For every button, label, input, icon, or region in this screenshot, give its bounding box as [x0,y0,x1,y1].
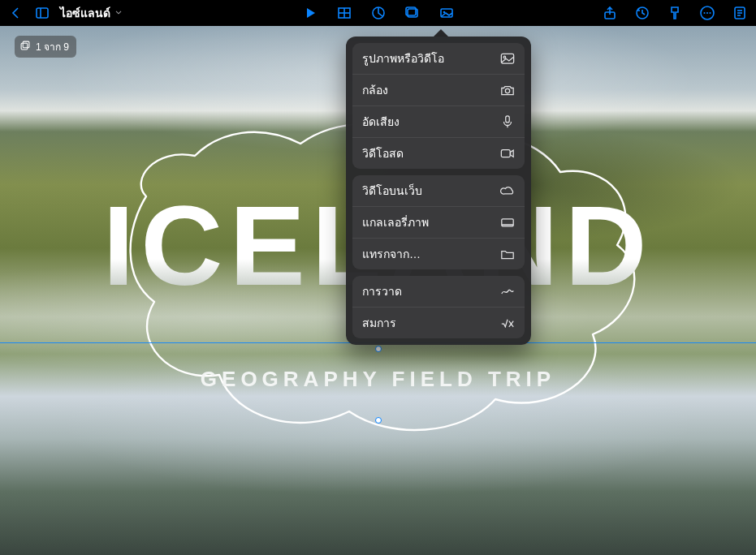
menu-item-web-video[interactable]: วิดีโอบนเว็บ [352,175,525,207]
table-icon[interactable] [336,5,352,21]
menu-item-photo-or-video[interactable]: รูปภาพหรือวิดีโอ [352,43,525,75]
menu-item-label: วิดีโอบนเว็บ [362,182,422,200]
svg-point-16 [710,12,711,14]
document-title-text: ไอซ์แลนด์ [60,4,110,22]
menu-item-insert-from[interactable]: แทรกจาก… [352,239,525,269]
popover-group: วิดีโอบนเว็บ แกลเลอรี่ภาพ แทรกจาก… [352,175,525,269]
sidebar-toggle-icon[interactable] [34,5,50,21]
popover-group: รูปภาพหรือวิดีโอ กล้อง อัดเสียง วิดีโอสด [352,43,525,169]
slide-counter-text: 1 จาก 9 [36,39,69,54]
menu-item-record-audio[interactable]: อัดเสียง [352,106,525,138]
menu-item-label: กล้อง [362,81,388,99]
chart-icon[interactable] [370,5,387,21]
back-chevron-icon[interactable] [8,5,24,21]
scribble-icon [500,285,515,298]
selection-handle[interactable] [375,417,382,424]
svg-point-24 [503,56,506,58]
menu-item-label: สมการ [362,314,396,332]
gallery-icon [500,216,515,229]
menu-item-equation[interactable]: สมการ [352,308,525,338]
menu-item-label: วิดีโอสด [362,144,404,162]
slide-counter-badge[interactable]: 1 จาก 9 [15,36,76,58]
menu-item-label: การวาด [362,282,402,300]
cloud-icon [500,184,515,197]
history-icon[interactable] [634,5,650,21]
svg-point-14 [704,12,706,14]
menu-item-live-video[interactable]: วิดีโอสด [352,138,525,169]
menu-item-drawing[interactable]: การวาด [352,276,525,308]
camera-icon [500,84,515,97]
share-icon[interactable] [602,5,618,21]
media-insert-icon[interactable] [438,5,455,21]
folder-icon [500,247,515,260]
live-video-icon [500,147,515,160]
popover-group: การวาด สมการ [352,276,525,338]
chevron-down-icon [114,6,123,19]
svg-rect-26 [506,116,510,123]
selection-handle[interactable] [375,346,382,352]
menu-item-image-gallery[interactable]: แกลเลอรี่ภาพ [352,207,525,239]
insert-media-popover: รูปภาพหรือวิดีโอ กล้อง อัดเสียง วิดีโอสด… [346,29,531,345]
svg-rect-27 [501,149,510,157]
popover-arrow [434,29,448,37]
microphone-icon [500,115,515,128]
photo-video-icon [500,52,515,65]
inspector-icon[interactable] [732,5,748,21]
equation-icon [500,316,515,329]
menu-item-camera[interactable]: กล้อง [352,75,525,106]
svg-marker-28 [511,150,514,157]
menu-item-label: แกลเลอรี่ภาพ [362,213,429,231]
document-title[interactable]: ไอซ์แลนด์ [60,4,123,22]
menu-item-label: แทรกจาก… [362,245,421,263]
slides-stack-icon [19,40,31,54]
play-icon[interactable] [302,5,318,21]
menu-item-label: รูปภาพหรือวิดีโอ [362,49,444,67]
svg-rect-22 [21,43,28,49]
format-brush-icon[interactable] [667,5,683,21]
svg-point-15 [706,12,708,14]
text-box-icon[interactable] [404,5,421,21]
svg-rect-0 [37,8,48,18]
menu-item-label: อัดเสียง [362,113,400,131]
top-toolbar: ไอซ์แลนด์ [0,0,756,26]
svg-marker-2 [307,8,315,18]
svg-point-25 [505,88,509,92]
svg-rect-21 [23,41,29,48]
more-circle-icon[interactable] [699,5,715,21]
